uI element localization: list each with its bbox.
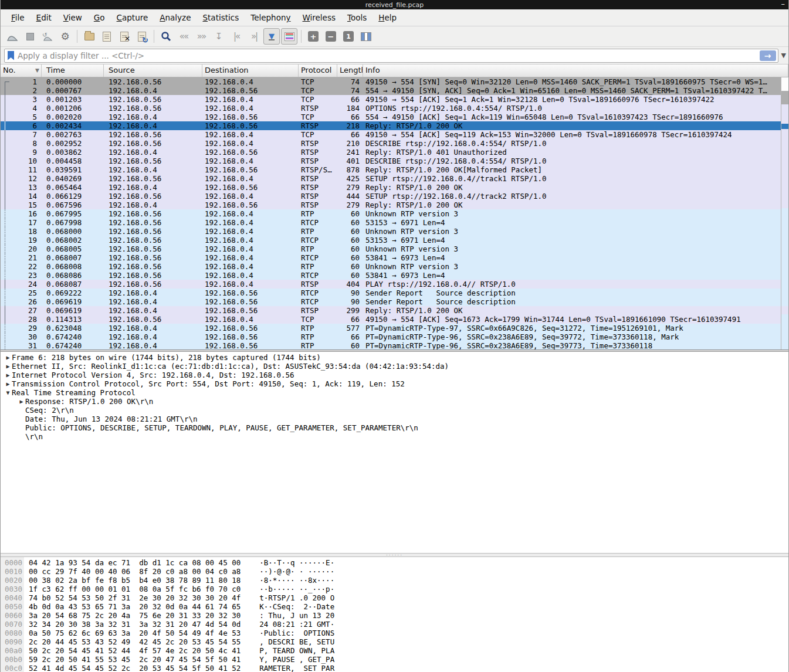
column-header-info[interactable]: Info bbox=[363, 65, 788, 77]
detail-row[interactable]: ▶Ethernet II, Src: ReolinkI_d1:1c:ca (ec… bbox=[1, 362, 788, 371]
packet-row-29[interactable]: 290.623048192.168.0.4192.168.0.56RTP577P… bbox=[1, 324, 781, 332]
details-hex-splitter[interactable]: ······ bbox=[1, 553, 788, 557]
hex-row-0000[interactable]: 000004 42 1a 93 54 da ec 71 db d1 1c ca … bbox=[1, 558, 788, 567]
capture-options-button[interactable]: ⚙ bbox=[57, 28, 73, 45]
detail-row[interactable]: Date: Thu, Jun 13 2024 08:21:21 GMT\r\n bbox=[1, 415, 788, 423]
go-to-packet-button[interactable]: ↧ bbox=[211, 28, 227, 45]
packet-row-15[interactable]: 150.067596192.168.0.4192.168.0.56RTSP279… bbox=[1, 201, 781, 209]
save-file-button[interactable] bbox=[99, 28, 115, 45]
packet-row-28[interactable]: 280.114313192.168.0.56192.168.0.4TCP6649… bbox=[1, 315, 781, 324]
zoom-out-button[interactable]: − bbox=[323, 28, 339, 45]
apply-filter-button[interactable]: → bbox=[760, 50, 776, 61]
packet-row-22[interactable]: 220.068008192.168.0.56192.168.0.4RTP60Un… bbox=[1, 262, 781, 271]
packet-row-11[interactable]: 110.039591192.168.0.4192.168.0.56RTSP/S…… bbox=[1, 165, 781, 174]
conversation-line bbox=[5, 148, 9, 157]
detail-row[interactable]: CSeq: 2\r\n bbox=[1, 406, 788, 415]
open-file-button[interactable] bbox=[81, 28, 97, 45]
colorize-button[interactable] bbox=[281, 28, 297, 45]
hex-row-0050[interactable]: 00504b 0d 0a 43 53 65 71 3a 20 32 0d 0a … bbox=[1, 602, 788, 611]
stop-capture-button[interactable] bbox=[22, 28, 38, 45]
last-packet-button[interactable]: »| bbox=[246, 28, 262, 45]
packet-row-6[interactable]: 60.002434192.168.0.4192.168.0.56RTSP218R… bbox=[1, 121, 781, 130]
hex-row-0060[interactable]: 00603a 20 54 68 75 2c 20 4a 75 6e 20 31 … bbox=[1, 611, 788, 620]
packet-row-2[interactable]: 20.000767192.168.0.4192.168.0.56TCP74554… bbox=[1, 86, 781, 95]
detail-row[interactable]: ▶Internet Protocol Version 4, Src: 192.1… bbox=[1, 371, 788, 379]
hex-row-00a0[interactable]: 00a050 2c 20 54 45 41 52 44 4f 57 4e 2c … bbox=[1, 646, 788, 655]
packet-row-9[interactable]: 90.003862192.168.0.4192.168.0.56RTSP241R… bbox=[1, 148, 781, 157]
auto-scroll-button[interactable]: ▼ bbox=[263, 28, 280, 45]
close-file-button[interactable]: ✕ bbox=[116, 28, 133, 45]
start-capture-button[interactable] bbox=[4, 28, 21, 45]
menu-view[interactable]: View bbox=[57, 11, 88, 24]
packet-row-26[interactable]: 260.069619192.168.0.4192.168.0.56RTCP90S… bbox=[1, 297, 781, 306]
bookmark-icon[interactable] bbox=[8, 51, 14, 60]
zoom-in-button[interactable]: + bbox=[305, 28, 321, 45]
menu-capture[interactable]: Capture bbox=[111, 11, 154, 24]
packet-row-4[interactable]: 40.001206192.168.0.56192.168.0.4RTSP184O… bbox=[1, 104, 781, 113]
find-packet-button[interactable] bbox=[158, 28, 174, 45]
menu-go[interactable]: Go bbox=[88, 11, 111, 24]
packet-row-18[interactable]: 180.068000192.168.0.56192.168.0.4RTP60Un… bbox=[1, 227, 781, 236]
hex-row-0030[interactable]: 00301f c3 62 ff 00 00 01 01 08 0a 5f fc … bbox=[1, 585, 788, 593]
restart-capture-button[interactable]: ↺ bbox=[39, 28, 56, 45]
column-header-source[interactable]: Source bbox=[104, 65, 202, 77]
packet-row-17[interactable]: 170.067998192.168.0.56192.168.0.4RTCP605… bbox=[1, 218, 781, 227]
menu-wireless[interactable]: Wireless bbox=[296, 11, 341, 24]
detail-row[interactable]: \r\n bbox=[1, 432, 788, 441]
column-header-destination[interactable]: Destination bbox=[202, 65, 299, 77]
packet-row-30[interactable]: 300.674240192.168.0.4192.168.0.56RTP66PT… bbox=[1, 332, 781, 341]
detail-row[interactable]: ▼Real Time Streaming Protocol bbox=[1, 388, 788, 397]
detail-row[interactable]: Public: OPTIONS, DESCRIBE, SETUP, TEARDO… bbox=[1, 423, 788, 432]
packet-row-20[interactable]: 200.068005192.168.0.56192.168.0.4RTP60Un… bbox=[1, 245, 781, 253]
packet-row-5[interactable]: 50.002020192.168.0.4192.168.0.56TCP66554… bbox=[1, 113, 781, 121]
packet-row-25[interactable]: 250.069222192.168.0.4192.168.0.56RTCP90S… bbox=[1, 289, 781, 297]
packet-row-31[interactable]: 310.674240192.168.0.4192.168.0.56RTP60PT… bbox=[1, 341, 781, 349]
packet-row-8[interactable]: 80.002952192.168.0.56192.168.0.4RTSP210D… bbox=[1, 139, 781, 148]
hex-row-0020[interactable]: 002000 38 02 2a bf fe f8 b5 b4 e0 38 78 … bbox=[1, 576, 788, 585]
packet-row-16[interactable]: 160.067995192.168.0.56192.168.0.4RTP60Un… bbox=[1, 209, 781, 218]
minimize-button[interactable]: – bbox=[781, 0, 785, 8]
menu-edit[interactable]: Edit bbox=[31, 11, 57, 24]
first-packet-button[interactable]: |« bbox=[228, 28, 245, 45]
detail-row[interactable]: ▶Response: RTSP/1.0 200 OK\r\n bbox=[1, 397, 788, 406]
menu-help[interactable]: Help bbox=[373, 11, 402, 24]
hex-row-0070[interactable]: 007032 34 20 30 38 3a 32 31 3a 32 31 20 … bbox=[1, 620, 788, 629]
packet-row-7[interactable]: 70.002763192.168.0.56192.168.0.4TCP66491… bbox=[1, 130, 781, 139]
packet-row-21[interactable]: 210.068007192.168.0.56192.168.0.4RTCP605… bbox=[1, 253, 781, 262]
packet-row-23[interactable]: 230.068086192.168.0.56192.168.0.4RTCP605… bbox=[1, 271, 781, 280]
packet-row-14[interactable]: 140.066129192.168.0.56192.168.0.4RTSP444… bbox=[1, 192, 781, 201]
go-back-button[interactable]: «« bbox=[175, 28, 192, 45]
hex-row-0040[interactable]: 004074 b0 52 54 53 50 2f 31 2e 30 20 32 … bbox=[1, 593, 788, 602]
resize-columns-button[interactable] bbox=[358, 28, 374, 45]
packet-row-19[interactable]: 190.068002192.168.0.56192.168.0.4RTCP605… bbox=[1, 236, 781, 245]
packet-row-13[interactable]: 130.065464192.168.0.4192.168.0.56RTSP279… bbox=[1, 183, 781, 192]
reload-file-button[interactable]: ↻ bbox=[134, 28, 150, 45]
detail-row[interactable]: ▶Frame 6: 218 bytes on wire (1744 bits),… bbox=[1, 353, 788, 362]
filter-input[interactable] bbox=[18, 51, 760, 60]
column-header-time[interactable]: Time bbox=[42, 65, 104, 77]
menu-file[interactable]: File bbox=[5, 11, 31, 24]
column-header-protocol[interactable]: Protocol bbox=[299, 65, 337, 77]
packet-row-27[interactable]: 270.069619192.168.0.4192.168.0.56RTSP299… bbox=[1, 306, 781, 315]
column-header-length[interactable]: Length bbox=[337, 65, 363, 77]
column-header-no[interactable]: No.▼ bbox=[1, 65, 42, 77]
hex-row-00c0[interactable]: 00c052 41 4d 45 54 45 52 2c 20 53 45 54 … bbox=[1, 664, 788, 672]
packet-list-scrollbar[interactable] bbox=[781, 77, 788, 349]
menu-statistics[interactable]: Statistics bbox=[197, 11, 245, 24]
detail-row[interactable]: ▶Transmission Control Protocol, Src Port… bbox=[1, 379, 788, 388]
packet-row-3[interactable]: 30.001203192.168.0.56192.168.0.4TCP66491… bbox=[1, 95, 781, 104]
hex-row-00b0[interactable]: 00b059 2c 20 50 41 55 53 45 2c 20 47 45 … bbox=[1, 655, 788, 664]
hex-row-0090[interactable]: 00902c 20 44 45 53 43 52 49 42 45 2c 20 … bbox=[1, 637, 788, 646]
menu-telephony[interactable]: Telephony bbox=[245, 11, 296, 24]
menu-analyze[interactable]: Analyze bbox=[154, 11, 197, 24]
zoom-100-button[interactable]: 1 bbox=[340, 28, 357, 45]
packet-row-1[interactable]: 10.000000192.168.0.56192.168.0.4TCP74491… bbox=[1, 77, 781, 86]
packet-row-12[interactable]: 120.040269192.168.0.56192.168.0.4RTSP425… bbox=[1, 174, 781, 183]
packet-row-10[interactable]: 100.004458192.168.0.56192.168.0.4RTSP401… bbox=[1, 157, 781, 165]
filter-dropdown-caret[interactable]: ▼ bbox=[781, 52, 786, 59]
packet-row-24[interactable]: 240.068087192.168.0.56192.168.0.4RTSP404… bbox=[1, 280, 781, 289]
hex-row-0010[interactable]: 001000 cc 29 7f 40 00 40 06 8f 20 c0 a8 … bbox=[1, 567, 788, 576]
hex-row-0080[interactable]: 00800a 50 75 62 6c 69 63 3a 20 4f 50 54 … bbox=[1, 629, 788, 637]
menu-tools[interactable]: Tools bbox=[341, 11, 373, 24]
go-forward-button[interactable]: »» bbox=[193, 28, 209, 45]
